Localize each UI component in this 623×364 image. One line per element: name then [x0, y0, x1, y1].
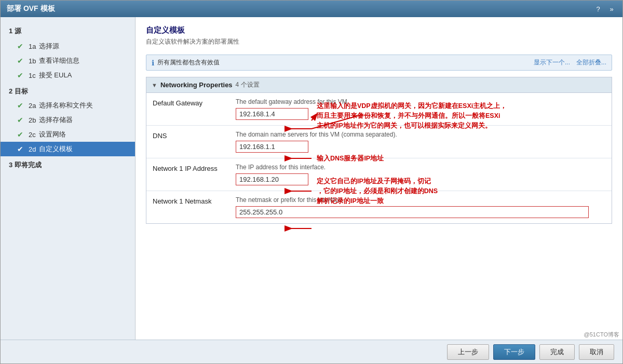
property-input-netmask[interactable]: [236, 206, 589, 218]
sidebar-item-2b-id: 2b: [29, 116, 36, 124]
property-input-gateway[interactable]: [236, 108, 308, 120]
info-bar-left: ℹ 所有属性都包含有效值: [152, 58, 220, 67]
sidebar-item-2c-id: 2c: [29, 131, 36, 139]
check-icon-1a: ✔: [17, 42, 25, 50]
info-bar-message: 所有属性都包含有效值: [157, 58, 220, 67]
show-next-link[interactable]: 显示下一个...: [534, 58, 570, 67]
section-header: ▼ Networking Properties 4 个设置: [146, 77, 612, 93]
title-bar-icons: ? »: [593, 4, 616, 14]
sidebar-item-2d-label: 自定义模板: [39, 144, 73, 154]
section-header-count: 4 个设置: [236, 80, 260, 89]
info-bar: ℹ 所有属性都包含有效值 显示下一个... 全部折叠...: [146, 55, 612, 71]
footer: 上一步 下一步 完成 取消: [1, 340, 622, 363]
property-row-ip: Network 1 IP Address The IP address for …: [146, 158, 612, 191]
check-icon-2b: ✔: [17, 116, 25, 124]
property-label-gateway: Default Gateway: [153, 98, 236, 107]
info-bar-links: 显示下一个... 全部折叠...: [534, 58, 606, 67]
property-row-netmask: Network 1 Netmask The netmask or prefix …: [146, 191, 612, 223]
sidebar-item-1a[interactable]: ✔ 1a 选择源: [1, 39, 135, 53]
check-icon-2a: ✔: [17, 101, 25, 110]
property-desc-dns: The domain name servers for this VM (com…: [236, 131, 605, 138]
sidebar-item-2a-id: 2a: [29, 102, 36, 110]
sidebar-item-1b-id: 1b: [29, 57, 36, 65]
sidebar-item-2a[interactable]: ✔ 2a 选择名称和文件夹: [1, 98, 135, 113]
property-desc-netmask: The netmask or prefix for this interface…: [236, 196, 605, 204]
sidebar-item-2b[interactable]: ✔ 2b 选择存储器: [1, 113, 135, 127]
property-fields-gateway: The default gateway address for this VM.: [236, 98, 605, 120]
back-button[interactable]: 上一步: [447, 344, 489, 360]
sidebar-item-1a-text: 选择源: [39, 42, 59, 51]
expand-icon[interactable]: »: [607, 4, 616, 14]
page-title: 自定义模板: [146, 25, 612, 35]
collapse-arrow-icon[interactable]: ▼: [152, 82, 157, 88]
property-label-dns: DNS: [153, 131, 236, 140]
property-row-dns: DNS The domain name servers for this VM …: [146, 126, 612, 158]
check-icon-2c: ✔: [17, 130, 25, 139]
sidebar-item-2b-label: 选择存储器: [39, 115, 73, 125]
sidebar-item-1c[interactable]: ✔ 1c 接受 EULA: [1, 68, 135, 83]
watermark: @51CTO博客: [583, 330, 621, 339]
title-bar: 部署 OVF 模板 ? »: [1, 1, 622, 17]
property-desc-gateway: The default gateway address for this VM.: [236, 98, 605, 105]
property-desc-ip: The IP address for this interface.: [236, 164, 605, 171]
sidebar-section-2-title: 2 目标: [1, 83, 135, 98]
properties-section: ▼ Networking Properties 4 个设置 Default Ga…: [146, 77, 612, 224]
sidebar-section-3-title: 3 即将完成: [1, 156, 135, 172]
help-icon[interactable]: ?: [593, 4, 603, 14]
page-subtitle: 自定义该软件解决方案的部署属性: [146, 37, 612, 46]
sidebar-item-2c[interactable]: ✔ 2c 设置网络: [1, 127, 135, 142]
property-row-gateway: Default Gateway The default gateway addr…: [146, 93, 612, 126]
property-input-ip[interactable]: [236, 173, 308, 185]
sidebar: 1 源 ✔ 1a 选择源 ✔ 1b 查看详细信息 ✔ 1c 接受 EULA 2 …: [1, 17, 136, 340]
dialog-body: 1 源 ✔ 1a 选择源 ✔ 1b 查看详细信息 ✔ 1c 接受 EULA 2 …: [1, 17, 622, 340]
property-label-netmask: Network 1 Netmask: [153, 196, 236, 205]
cancel-button[interactable]: 取消: [579, 344, 614, 360]
dialog-title: 部署 OVF 模板: [7, 4, 55, 14]
finish-button[interactable]: 完成: [539, 344, 575, 360]
page-wrapper: 部署 OVF 模板 ? » 1 源 ✔ 1a 选择源 ✔ 1b 查看详细信息: [0, 0, 623, 364]
sidebar-item-2c-label: 设置网络: [39, 130, 66, 139]
sidebar-item-1c-label: 接受 EULA: [39, 71, 72, 80]
sidebar-item-1b[interactable]: ✔ 1b 查看详细信息: [1, 53, 135, 68]
property-fields-dns: The domain name servers for this VM (com…: [236, 131, 605, 153]
property-fields-netmask: The netmask or prefix for this interface…: [236, 196, 605, 218]
sidebar-section-1-title: 1 源: [1, 23, 135, 39]
property-input-dns[interactable]: [236, 141, 308, 153]
section-header-title: Networking Properties: [160, 81, 233, 89]
sidebar-item-1c-id: 1c: [29, 72, 36, 79]
dialog: 部署 OVF 模板 ? » 1 源 ✔ 1a 选择源 ✔ 1b 查看详细信息: [0, 0, 623, 364]
sidebar-item-1a-label: 1a: [29, 43, 36, 50]
check-icon-2d: ✔: [17, 145, 25, 153]
property-label-ip: Network 1 IP Address: [153, 164, 236, 172]
collapse-all-link[interactable]: 全部折叠...: [576, 58, 606, 67]
sidebar-item-1b-label: 查看详细信息: [39, 56, 79, 65]
sidebar-item-2a-label: 选择名称和文件夹: [39, 101, 93, 110]
main-content: 自定义模板 自定义该软件解决方案的部署属性 ℹ 所有属性都包含有效值 显示下一个…: [136, 17, 622, 340]
sidebar-item-2d[interactable]: ✔ 2d 自定义模板: [1, 142, 135, 156]
property-fields-ip: The IP address for this interface.: [236, 164, 605, 185]
check-icon-1c: ✔: [17, 71, 25, 79]
info-icon: ℹ: [152, 59, 154, 67]
sidebar-item-2d-id: 2d: [29, 145, 36, 153]
check-icon-1b: ✔: [17, 57, 25, 65]
next-button[interactable]: 下一步: [493, 344, 535, 360]
